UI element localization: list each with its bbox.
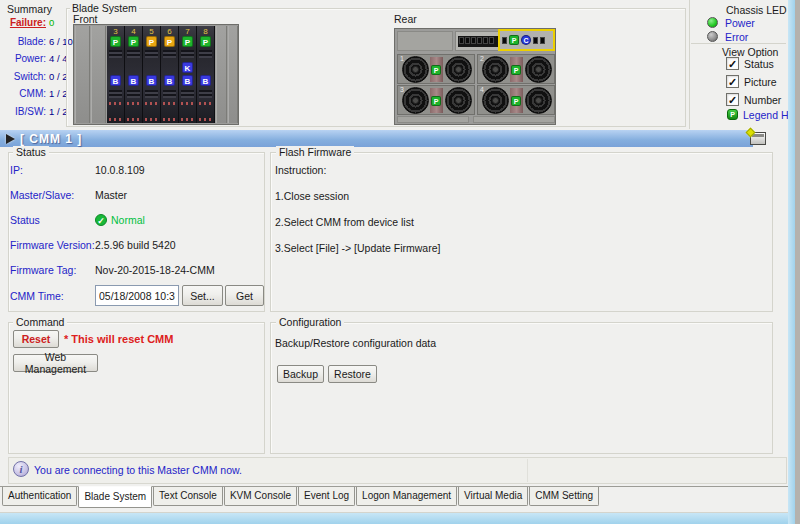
status-value-status: ✓Normal [95, 213, 145, 226]
blade-system-title: Blade System [70, 2, 139, 14]
rear-label: Rear [394, 13, 417, 25]
fan-icon [482, 87, 509, 114]
popup-window-icon[interactable] [750, 132, 766, 145]
get-time-button[interactable]: Get [225, 285, 264, 306]
flash-firmware-groupbox [270, 152, 773, 312]
backup-button[interactable]: Backup [277, 365, 324, 383]
cmm-port [540, 37, 545, 44]
reset-button[interactable]: Reset [13, 330, 59, 348]
psu-number: 2 [480, 55, 484, 62]
restore-button[interactable]: Restore [328, 365, 377, 383]
checkbox-label-picture: Picture [744, 76, 777, 88]
front-blade-7[interactable]: 7PKB [179, 26, 197, 123]
command-title: Command [13, 316, 67, 328]
psu-number: 3 [400, 86, 404, 93]
status-label-master-slave: Master/Slave: [10, 189, 74, 201]
window-frame-bottom [0, 513, 800, 524]
tab-authentication[interactable]: Authentication [2, 487, 77, 506]
front-blade-6[interactable]: 6PB [161, 26, 179, 123]
fan-icon [525, 56, 552, 83]
status-value-firmware-tag: Nov-20-2015-18-24-CMM [95, 264, 215, 276]
blank-module [397, 116, 469, 123]
blade-leds [181, 118, 194, 121]
psu-module-2[interactable]: P2 [477, 54, 555, 84]
tab-kvm-console[interactable]: KVM Console [224, 487, 297, 506]
blade-id-badge: B [146, 75, 157, 86]
cmm-time-input[interactable] [95, 285, 179, 306]
blade-number: 5 [143, 27, 160, 36]
blade-id-badge: B [128, 75, 139, 86]
status-value-firmware-version: 2.5.96 build 5420 [95, 239, 176, 251]
cmm-header-title: [ CMM 1 ] [20, 132, 82, 146]
flash-firmware-title: Flash Firmware [276, 146, 354, 158]
window-frame-right [788, 0, 795, 524]
blade-power-led: P [146, 36, 157, 47]
fan-icon [402, 87, 429, 114]
summary-value-cmm: 1 / 2 [49, 88, 68, 99]
fan-icon [402, 56, 429, 83]
status-value-master-slave: Master [95, 189, 127, 201]
empty-slot [216, 26, 227, 123]
info-icon: i [13, 461, 29, 477]
blade-power-led: P [110, 36, 121, 47]
front-blade-3[interactable]: 3PB [107, 26, 125, 123]
blade-grille [199, 90, 212, 98]
tab-strip: AuthenticationBlade SystemText ConsoleKV… [0, 486, 788, 510]
rear-chassis-image[interactable]: PCP1P2P3P4 [394, 28, 556, 125]
status-groupbox-title: Status [13, 146, 49, 158]
kvm-badge: K [182, 62, 193, 73]
empty-slot [91, 26, 106, 123]
tab-virtual-media[interactable]: Virtual Media [458, 487, 528, 506]
status-label-status: Status [10, 214, 40, 226]
web-management-button[interactable]: Web Management [13, 354, 98, 372]
cmm-header-bar: [ CMM 1 ] [0, 130, 753, 147]
checkbox-status[interactable]: ✓ [726, 57, 739, 70]
fan-icon [525, 87, 552, 114]
error-led-label: Error [725, 31, 748, 43]
cmm-module-highlight[interactable]: PC [498, 29, 555, 51]
blank-module [473, 116, 555, 123]
blade-leds [181, 102, 194, 105]
blade-grille [199, 50, 212, 58]
tab-event-log[interactable]: Event Log [298, 487, 355, 506]
front-blade-5[interactable]: 5PB [143, 26, 161, 123]
tab-blade-system[interactable]: Blade System [78, 486, 152, 508]
set-time-button[interactable]: Set... [182, 285, 223, 306]
summary-panel: Failure:0Blade:6 / 10Power:4 / 4Switch:0… [0, 0, 66, 129]
front-chassis-image[interactable]: 3PB4PB5PB6PB7PKB8PB [73, 24, 239, 125]
header-arrow-icon [6, 134, 15, 144]
chassis-led-title: Chassis LED [726, 4, 787, 16]
summary-label-ib-sw: IB/SW: [0, 106, 46, 117]
blade-leds [163, 102, 176, 105]
configuration-title: Configuration [276, 316, 344, 328]
cmm-badge: C [521, 35, 531, 45]
reset-warning-text: * This will reset CMM [64, 333, 173, 345]
front-blade-4[interactable]: 4PB [125, 26, 143, 123]
front-blade-8[interactable]: 8PB [197, 26, 215, 123]
cmm-port [533, 37, 538, 44]
psu-number: 1 [400, 55, 404, 62]
checkbox-picture[interactable]: ✓ [726, 75, 739, 88]
tab-logon-management[interactable]: Logon Management [356, 487, 457, 506]
checkbox-number[interactable]: ✓ [726, 93, 739, 106]
tab-cmm-setting[interactable]: CMM Setting [529, 487, 599, 506]
blade-grille [181, 50, 194, 58]
summary-label-failure[interactable]: Failure: [0, 17, 46, 28]
blade-grille [127, 50, 140, 58]
option-divider [691, 43, 786, 44]
tab-text-console[interactable]: Text Console [153, 487, 223, 506]
instruction-label: Instruction: [275, 164, 326, 176]
psu-module-3[interactable]: P3 [397, 85, 475, 115]
blade-leds [127, 102, 140, 105]
network-port [471, 37, 476, 44]
cmm-management-window: Summary Failure:0Blade:6 / 10Power:4 / 4… [0, 0, 800, 524]
network-port [483, 37, 488, 44]
psu-module-4[interactable]: P4 [477, 85, 555, 115]
flash-step-1: 1.Close session [275, 190, 349, 202]
network-port [459, 37, 464, 44]
psu-module-1[interactable]: P1 [397, 54, 475, 84]
blade-number: 3 [107, 27, 124, 36]
popup-window-bar [752, 134, 764, 137]
summary-value-switch: 0 / 2 [49, 71, 68, 82]
port-strip [458, 36, 502, 47]
